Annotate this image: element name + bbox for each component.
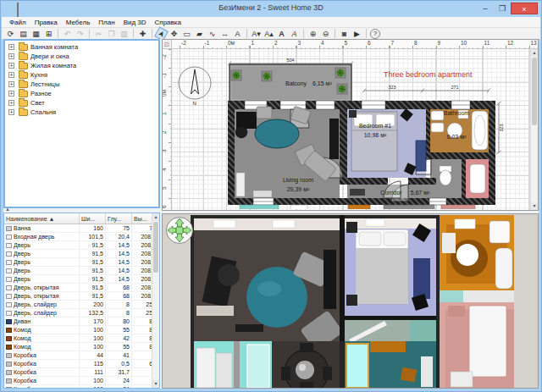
bed-2-3d[interactable]	[469, 306, 506, 377]
bold-button[interactable]: A	[276, 29, 287, 39]
bathtub[interactable]	[472, 111, 488, 150]
italic-button[interactable]: A	[289, 29, 300, 39]
plan-view[interactable]: ⊡ -2-10м12345678910111213 -2-10м123456	[162, 39, 539, 211]
furniture-row[interactable]: Диван1708085✓	[4, 317, 160, 326]
plant-icon[interactable]	[262, 71, 272, 81]
expand-icon[interactable]: +	[8, 100, 14, 106]
scroll-thumb[interactable]	[153, 222, 158, 273]
plant-icon[interactable]	[231, 70, 241, 80]
create-walls-button[interactable]: ▭	[181, 29, 192, 39]
furniture-row[interactable]: Дверь91,514,5208,5✓	[4, 241, 160, 250]
furniture-row[interactable]: Коробка100241✓	[4, 377, 160, 385]
plan-title-label[interactable]: Three bedroom apartment	[384, 70, 473, 79]
help-button[interactable]: ?	[370, 29, 380, 39]
catalog-category-8[interactable]: +Спальня	[5, 108, 158, 117]
decrease-text-size-button[interactable]: A▾	[251, 29, 262, 39]
living-room-label[interactable]: Living room	[283, 177, 313, 184]
scroll-thumb[interactable]	[532, 58, 537, 125]
furniture-row[interactable]: Комод1005580✓	[4, 326, 160, 334]
furniture-list-scrollbar[interactable]: ▴ ▾	[152, 213, 159, 388]
shower-tub[interactable]	[470, 164, 485, 193]
create-polylines-button[interactable]: ∿	[207, 29, 218, 39]
menu-item-3[interactable]: Мебель	[62, 19, 95, 26]
3d-aerial-view[interactable]	[163, 214, 539, 389]
furniture-row[interactable]: Дверь91,514,5208,5✓	[4, 267, 160, 275]
compass-icon[interactable]: N	[179, 67, 211, 106]
expand-icon[interactable]: +	[8, 44, 14, 50]
furniture-row[interactable]: Дверь, слайдер2008250✓	[4, 301, 160, 309]
furniture-row[interactable]: Комод1005580✓	[4, 343, 160, 351]
furniture-row[interactable]: Дверь91,514,5208,5✓	[4, 258, 160, 267]
save-plan-button[interactable]: ▦	[30, 29, 41, 39]
furniture-row[interactable]: Коробка100241✓	[4, 385, 160, 389]
catalog-category-1[interactable]: +Ванная комната	[5, 42, 158, 52]
zoom-in-button[interactable]: ⊕	[307, 29, 318, 39]
bed[interactable]	[351, 112, 397, 171]
minimize-button[interactable]: –	[477, 3, 494, 14]
scroll-down-icon[interactable]: ▾	[152, 380, 159, 388]
catalog-category-7[interactable]: +Свет	[5, 98, 158, 108]
photo-button[interactable]: ◙	[339, 29, 350, 39]
furniture-row[interactable]: Дверь, открытая91,568208,5✓	[4, 292, 160, 301]
balcony-label[interactable]: Balcony	[285, 80, 307, 87]
cut-button[interactable]: ✂	[93, 29, 104, 39]
scroll-up-icon[interactable]: ▴	[152, 213, 159, 221]
sink-3d[interactable]	[456, 244, 478, 266]
scroll-down-icon[interactable]: ▾	[531, 202, 538, 210]
expand-icon[interactable]: +	[8, 63, 14, 69]
pan-tool-button[interactable]: ✥	[169, 29, 180, 39]
catalog-category-5[interactable]: +Лестницы	[5, 80, 158, 89]
column-header-3[interactable]: Глу...	[106, 213, 132, 224]
menu-item-5[interactable]: Вид 3D	[119, 19, 151, 26]
menu-item-2[interactable]: Правка	[30, 19, 62, 26]
view-3d[interactable]	[162, 213, 539, 389]
add-text-button[interactable]: A	[232, 29, 243, 39]
paste-button[interactable]: ▥	[119, 29, 130, 39]
catalog-category-4[interactable]: +Кухня	[5, 70, 158, 80]
maximize-button[interactable]: ❒	[494, 3, 511, 14]
furniture-row[interactable]: Коробка1150,560✓	[4, 360, 160, 368]
desk-3d[interactable]	[370, 341, 406, 352]
plan-scrollbar[interactable]: ▴ ▾	[530, 49, 538, 210]
shelf[interactable]	[236, 173, 245, 196]
plant-icon[interactable]	[335, 68, 346, 78]
catalog-category-3[interactable]: +Жилая комната	[5, 61, 158, 70]
video-button[interactable]: ▶	[351, 29, 362, 39]
create-rooms-button[interactable]: ▰	[194, 29, 205, 39]
expand-icon[interactable]: +	[8, 53, 14, 59]
furniture-row[interactable]: Коробка44412✓	[4, 351, 160, 360]
coffee-table[interactable]	[255, 119, 299, 148]
plan-canvas[interactable]: N	[172, 49, 538, 210]
menu-item-1[interactable]: Файл	[5, 19, 30, 26]
redo-button[interactable]: ↷	[75, 29, 86, 39]
scroll-up-icon[interactable]: ▴	[531, 49, 538, 57]
plant-icon[interactable]	[337, 84, 347, 94]
corridor-label[interactable]: Corridor	[380, 190, 402, 196]
side-table[interactable]	[253, 190, 272, 197]
copy-button[interactable]: ❐	[106, 29, 117, 39]
furniture-row[interactable]: Дверь91,514,5208,5✓	[4, 275, 160, 284]
furniture-row[interactable]: Коробка11131,72✓	[4, 368, 160, 377]
wardrobe-3d[interactable]	[413, 258, 430, 299]
add-furniture-button[interactable]: ✚	[137, 29, 148, 39]
zoom-out-button[interactable]: ⊖	[320, 29, 331, 39]
column-header-2[interactable]: Ши...	[80, 213, 106, 224]
kitchen-counters[interactable]	[240, 205, 475, 209]
close-button[interactable]: ×	[511, 3, 538, 14]
tv-cabinet[interactable]	[329, 119, 339, 159]
furniture-catalog-tree[interactable]: +Ванная комната+Двери и окна+Жилая комна…	[3, 39, 160, 208]
furniture-row[interactable]: Комод1004280✓	[4, 334, 160, 343]
catalog-category-2[interactable]: +Двери и окна	[5, 52, 158, 61]
new-plan-button[interactable]: ⟳	[5, 29, 16, 39]
menu-item-6[interactable]: Справка	[151, 19, 185, 26]
furniture-row[interactable]: Ванна1607572✓	[4, 224, 160, 233]
furniture-row[interactable]: Входная дверь101,520,4208,5✓	[4, 233, 160, 241]
increase-text-size-button[interactable]: A▴	[263, 29, 274, 39]
bed-3d[interactable]	[356, 229, 408, 304]
expand-icon[interactable]: +	[8, 72, 14, 78]
column-header-1[interactable]: Наименование ▲	[4, 213, 80, 224]
wardrobe[interactable]	[416, 141, 426, 171]
furniture-table[interactable]: Наименование ▲Ши...Глу...Вы...Види... Ва…	[4, 213, 160, 389]
bathtub-3d[interactable]	[495, 248, 512, 289]
create-dimensions-button[interactable]: ↔	[219, 29, 230, 39]
